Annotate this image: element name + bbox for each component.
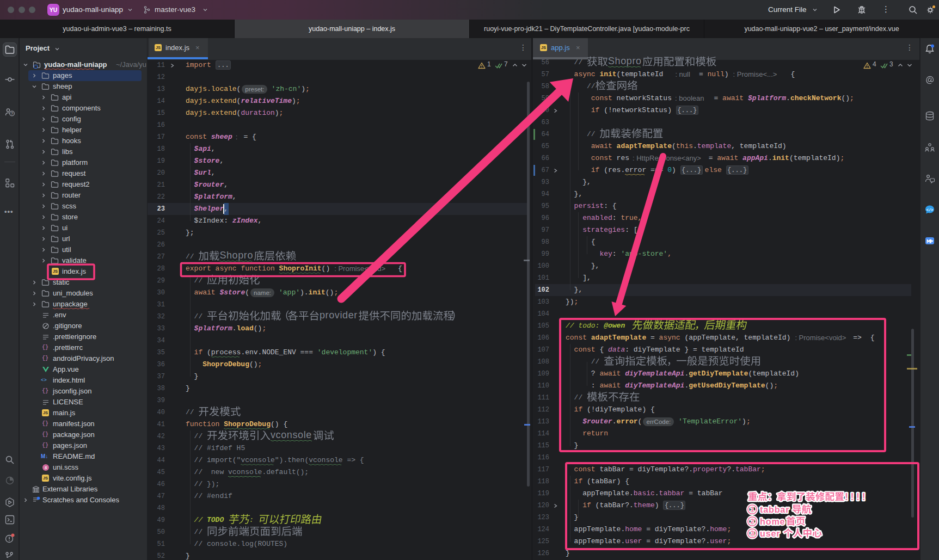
svg-text:3: 3	[751, 530, 754, 537]
svg-text:2: 2	[751, 518, 754, 525]
svg-text:tabbar: tabbar	[760, 504, 789, 514]
svg-text:user: user	[760, 528, 780, 538]
svg-text:1: 1	[751, 506, 754, 513]
svg-text:home: home	[760, 516, 785, 526]
svg-text:!!!!: !!!!	[845, 491, 868, 502]
